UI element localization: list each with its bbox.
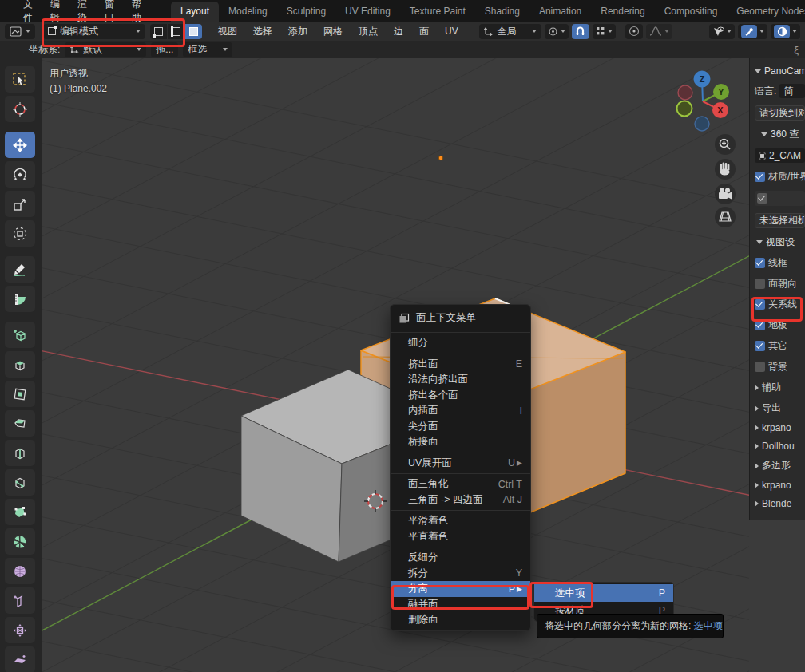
tab-texture-paint[interactable]: Texture Paint <box>400 2 475 22</box>
relationship-lines-checkbox[interactable] <box>755 299 765 310</box>
menu-item-split[interactable]: 拆分Y <box>391 566 530 582</box>
menu-item-extrude-along-normals[interactable]: 沿法向挤出面 <box>391 372 530 388</box>
editor-type-button[interactable] <box>5 24 35 39</box>
material-world-checkbox[interactable] <box>755 172 765 182</box>
tool-cursor[interactable] <box>5 96 35 122</box>
tool-poly-build[interactable] <box>5 499 35 525</box>
mode-dropdown[interactable]: 编辑模式 <box>43 24 145 39</box>
section-krpano-2[interactable]: krpano <box>755 480 805 491</box>
tool-shrink-fatten[interactable] <box>5 617 35 643</box>
section-dollhouse[interactable]: Dollhou <box>755 441 805 452</box>
secondary-checkbox[interactable] <box>757 193 767 204</box>
tool-smooth[interactable] <box>5 558 35 584</box>
menu-view[interactable]: 视图 <box>212 25 244 38</box>
tool-loop-cut[interactable] <box>5 440 35 466</box>
pan-button[interactable] <box>715 159 736 180</box>
select-tool-dropdown[interactable]: 框选 <box>183 42 232 57</box>
option-other[interactable]: 其它 <box>755 339 805 353</box>
menu-item-poke-faces[interactable]: 尖分面 <box>391 419 530 435</box>
menu-item-separate[interactable]: 分离P▶ <box>391 581 530 597</box>
tab-modeling[interactable]: Modeling <box>219 2 277 22</box>
submenu-item-selection[interactable]: 选中项P <box>534 584 673 602</box>
tool-inset-faces[interactable] <box>5 381 35 407</box>
section-360-header[interactable]: 360 查 <box>761 128 805 141</box>
tab-geometry-nodes[interactable]: Geometry Nodes <box>727 2 805 22</box>
coord-system-dropdown[interactable]: 默认 <box>65 42 146 57</box>
option-floor[interactable]: 地板 <box>755 318 805 332</box>
section-krpano-1[interactable]: krpano <box>755 422 805 433</box>
camera-view-button[interactable] <box>715 184 736 204</box>
tab-rendering[interactable]: Rendering <box>591 2 654 22</box>
option-relationship-lines[interactable]: 关系线 <box>755 298 805 311</box>
background-checkbox[interactable] <box>755 362 765 372</box>
tool-knife[interactable] <box>5 469 35 496</box>
menu-item-unsubdivide[interactable]: 反细分 <box>391 550 530 566</box>
menu-item-shade-flat[interactable]: 平直着色 <box>391 529 530 545</box>
overlays-toggle[interactable] <box>774 25 790 38</box>
drag-button[interactable]: 拖... <box>151 42 178 57</box>
tab-layout[interactable]: Layout <box>171 2 219 22</box>
pivot-point-dropdown[interactable] <box>545 24 569 39</box>
menu-select[interactable]: 选择 <box>247 25 279 38</box>
navigation-gizmo[interactable]: Z Y X <box>677 71 730 132</box>
tool-move[interactable] <box>5 132 35 158</box>
gizmo-minus-x[interactable] <box>678 85 692 100</box>
menu-mesh[interactable]: 网格 <box>317 25 349 38</box>
tool-bevel[interactable] <box>5 410 35 437</box>
tool-select-box[interactable] <box>5 66 35 93</box>
tool-edge-slide[interactable] <box>5 587 35 614</box>
menu-item-shade-smooth[interactable]: 平滑着色 <box>391 513 530 529</box>
tab-sculpting[interactable]: Sculpting <box>277 2 335 22</box>
switch-notice-button[interactable]: 请切换到对 <box>755 105 805 121</box>
menu-edge[interactable]: 边 <box>387 25 410 38</box>
menu-uv[interactable]: UV <box>438 26 465 37</box>
snap-with-dropdown[interactable] <box>593 24 616 39</box>
panel-header-panocam[interactable]: PanoCama <box>755 65 805 77</box>
secondary-checkbox-row[interactable] <box>755 191 805 206</box>
tool-transform[interactable] <box>5 220 35 247</box>
wireframe-checkbox[interactable] <box>755 258 765 268</box>
tool-extrude-region[interactable] <box>5 351 35 378</box>
no-camera-button[interactable]: 未选择相机 <box>755 213 805 228</box>
proportional-editing-toggle[interactable] <box>625 24 643 39</box>
section-view-settings-header[interactable]: 视图设 <box>756 235 805 249</box>
tool-scale[interactable] <box>5 191 35 217</box>
menu-item-uv-unwrap[interactable]: UV展开面U▶ <box>391 456 530 472</box>
section-export[interactable]: 导出 <box>755 401 805 415</box>
tab-compositing[interactable]: Compositing <box>655 2 728 22</box>
menu-item-dissolve-faces[interactable]: 融并面 <box>391 597 530 613</box>
tab-animation[interactable]: Animation <box>529 2 591 22</box>
language-dropdown[interactable]: 简 <box>779 84 805 98</box>
camera-object-field[interactable]: 2_CAM <box>755 148 805 163</box>
section-polygon[interactable]: 多边形 <box>755 459 805 472</box>
falloff-dropdown[interactable] <box>646 24 672 39</box>
menu-vertex[interactable]: 顶点 <box>352 25 384 38</box>
tool-spin[interactable] <box>5 528 35 555</box>
tool-add-cube[interactable] <box>5 322 35 348</box>
gizmo-minus-z[interactable] <box>695 117 709 131</box>
menu-item-extrude-individual[interactable]: 挤出各个面 <box>391 388 530 404</box>
viewport-3d[interactable]: Z Y X <box>42 58 749 672</box>
menu-face[interactable]: 面 <box>413 25 435 38</box>
tool-annotate[interactable] <box>5 256 35 283</box>
tab-shading[interactable]: Shading <box>475 2 529 22</box>
edge-select-button[interactable] <box>168 24 184 39</box>
visibility-dropdown[interactable] <box>709 24 735 39</box>
gizmos-dropdown[interactable] <box>738 24 767 39</box>
tab-uv-editing[interactable]: UV Editing <box>335 2 400 22</box>
snap-toggle[interactable] <box>572 24 589 39</box>
option-background[interactable]: 背景 <box>755 360 805 374</box>
menu-item-extrude-faces[interactable]: 挤出面E <box>391 357 530 373</box>
overlays-dropdown[interactable] <box>771 24 800 39</box>
floor-checkbox[interactable] <box>755 320 765 330</box>
zoom-button[interactable] <box>715 134 736 155</box>
gizmo-toggle[interactable] <box>741 25 757 38</box>
tool-rotate[interactable] <box>5 161 35 188</box>
face-orientation-checkbox[interactable] <box>755 279 765 289</box>
option-wireframe[interactable]: 线框 <box>755 256 805 270</box>
menu-item-bridge-faces[interactable]: 桥接面 <box>391 434 530 450</box>
section-auxiliary[interactable]: 辅助 <box>755 381 805 394</box>
menu-item-tris-to-quads[interactable]: 三角面 -> 四边面Alt J <box>391 492 530 508</box>
material-world-row[interactable]: 材质/世界 <box>755 170 805 184</box>
menu-item-inset-faces[interactable]: 内插面I <box>391 403 530 419</box>
